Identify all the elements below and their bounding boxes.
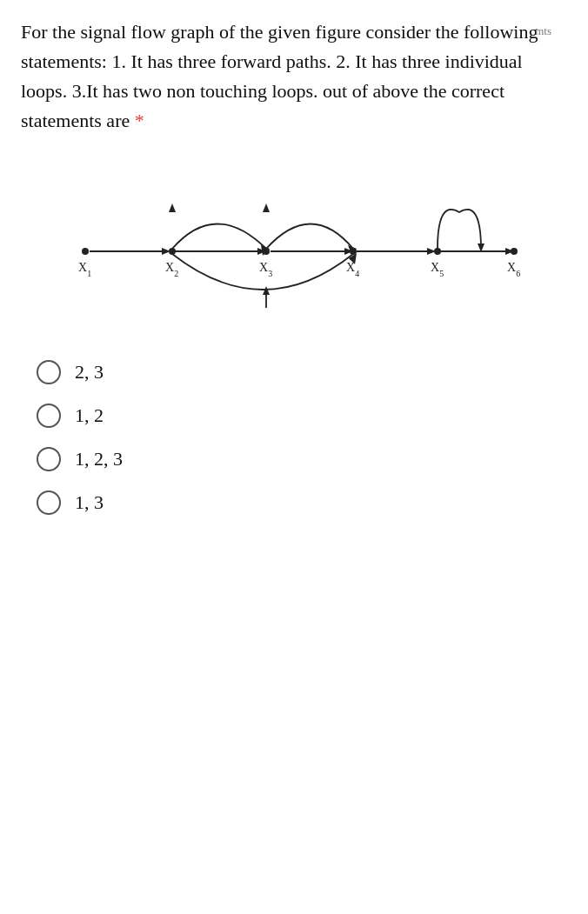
- radio-opt1[interactable]: [37, 360, 61, 384]
- node-x1: [82, 248, 89, 255]
- node-x5: [434, 248, 441, 255]
- diagram-container: X1 X2 X3 X4 X5 X6: [21, 151, 567, 334]
- label-x5: X5: [431, 261, 444, 278]
- option-2[interactable]: 1, 2: [37, 404, 567, 428]
- options-list: 2, 3 1, 2 1, 2, 3 1, 3: [21, 360, 567, 515]
- option-label-2: 1, 2: [75, 404, 104, 427]
- label-x3: X3: [259, 261, 272, 278]
- label-x4: X4: [346, 261, 359, 278]
- radio-opt2[interactable]: [37, 404, 61, 428]
- option-label-3: 1, 2, 3: [75, 448, 123, 470]
- node-x4: [350, 248, 357, 255]
- option-label-4: 1, 3: [75, 491, 104, 514]
- svg-marker-17: [263, 203, 270, 212]
- option-1[interactable]: 2, 3: [37, 360, 567, 384]
- question-text: For the signal flow graph of the given f…: [21, 17, 567, 136]
- svg-marker-15: [263, 286, 270, 295]
- option-4[interactable]: 1, 3: [37, 490, 567, 515]
- option-3[interactable]: 1, 2, 3: [37, 447, 567, 471]
- label-x1: X1: [78, 261, 91, 278]
- node-x6: [511, 248, 518, 255]
- signal-flow-diagram: X1 X2 X3 X4 X5 X6: [42, 151, 546, 334]
- svg-marker-16: [169, 203, 176, 212]
- option-label-1: 2, 3: [75, 361, 104, 384]
- radio-opt4[interactable]: [37, 490, 61, 515]
- corner-label: mts: [535, 24, 551, 38]
- label-x6: X6: [507, 261, 520, 278]
- label-x2: X2: [165, 261, 178, 278]
- page-wrapper: mts For the signal flow graph of the giv…: [21, 17, 567, 515]
- radio-opt3[interactable]: [37, 447, 61, 471]
- node-x2: [169, 248, 176, 255]
- node-x3: [263, 248, 270, 255]
